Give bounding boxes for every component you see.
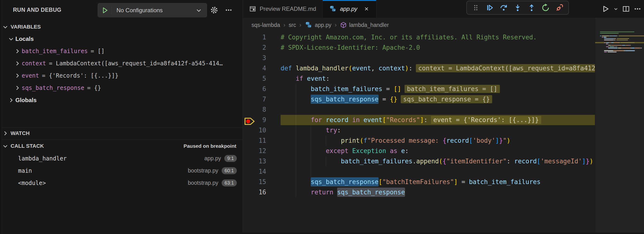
code-line[interactable]: 14: [243, 166, 595, 177]
drag-handle[interactable]: [471, 3, 481, 13]
minimap-segment: [600, 33, 619, 34]
line-content[interactable]: batch_item_failures.append({"itemIdentif…: [280, 156, 595, 166]
variable-row[interactable]: event= {'Records': [{...}]}: [0, 69, 242, 82]
gutter[interactable]: 14: [243, 166, 280, 177]
call-stack-header-label: CALL STACK: [10, 143, 44, 149]
code-editor[interactable]: 1# Copyright Amazon.com, Inc. or its aff…: [243, 32, 595, 234]
line-content[interactable]: try:: [280, 125, 595, 135]
breadcrumb-item[interactable]: lambda_handler: [340, 22, 389, 28]
variables-section-header[interactable]: VARIABLES: [0, 21, 242, 33]
line-content[interactable]: sqs_batch_response["batchItemFailures"] …: [280, 177, 595, 187]
code-line[interactable]: 1# Copyright Amazon.com, Inc. or its aff…: [243, 32, 595, 42]
code-line[interactable]: 12 except Exception as e:: [243, 146, 595, 156]
minimap-segment: [604, 37, 606, 37]
configuration-label: No Configurations: [112, 7, 195, 14]
continue-button[interactable]: [485, 3, 495, 13]
code-line[interactable]: 9 for record in event["Records"]:event =…: [243, 115, 595, 125]
run-dropdown-button[interactable]: [613, 6, 618, 11]
scope-locals[interactable]: Locals: [0, 33, 242, 45]
variable-value: = LambdaContext([aws_request_id=a8fa412f…: [49, 60, 222, 67]
code-token: ): [405, 65, 409, 72]
call-stack-section-header[interactable]: CALL STACK Paused on breakpoint: [0, 140, 242, 152]
code-line[interactable]: 15 sqs_batch_response["batchItemFailures…: [243, 177, 595, 187]
step-out-button[interactable]: [526, 3, 537, 13]
breadcrumb-item[interactable]: src: [289, 22, 296, 28]
step-over-button[interactable]: [499, 3, 509, 13]
line-content[interactable]: [280, 166, 595, 177]
gutter[interactable]: 4: [243, 63, 280, 74]
line-content[interactable]: # Copyright Amazon.com, Inc. or its affi…: [280, 32, 595, 42]
code-line[interactable]: 3: [243, 53, 595, 63]
tab-preview-readme-md[interactable]: Preview README.md: [243, 0, 323, 18]
line-number: 8: [243, 105, 280, 115]
gutter[interactable]: 16: [243, 187, 280, 198]
minimap-segment: [615, 40, 616, 40]
minimap-column[interactable]: [595, 18, 644, 233]
gutter[interactable]: 5: [243, 74, 280, 84]
indent-guide: [296, 125, 296, 135]
indent-guide: [326, 156, 326, 166]
gear-icon[interactable]: [209, 5, 220, 15]
gutter[interactable]: 11: [243, 135, 280, 146]
breadcrumb-item[interactable]: sqs-lambda: [252, 22, 280, 28]
symbol-method-icon: [340, 22, 347, 28]
variable-row[interactable]: sqs_batch_response= {}: [0, 82, 242, 94]
line-content[interactable]: [280, 105, 595, 115]
code-line[interactable]: 13 batch_item_failures.append({"itemIden…: [243, 156, 595, 166]
code-line[interactable]: 4def lambda_handler(event, context):cont…: [243, 63, 595, 74]
scope-globals[interactable]: Globals: [0, 94, 242, 106]
more-actions-icon[interactable]: [223, 5, 234, 15]
line-content[interactable]: print(f"Processed message: {record['body…: [280, 135, 595, 146]
step-into-button[interactable]: [512, 3, 523, 13]
stack-frame[interactable]: <module> bootstrap.py 63:1: [0, 177, 242, 189]
line-content[interactable]: return sqs_batch_response: [280, 187, 595, 198]
code-line[interactable]: 7 sqs_batch_response = {}sqs_batch_respo…: [243, 94, 595, 105]
code-line[interactable]: 10 try:: [243, 125, 595, 135]
line-content[interactable]: def lambda_handler(event, context):conte…: [280, 63, 595, 74]
gutter[interactable]: 13: [243, 156, 280, 166]
line-content[interactable]: for record in event["Records"]:event = {…: [280, 115, 595, 125]
tab-app-py[interactable]: app.py: [323, 0, 376, 18]
gutter[interactable]: 12: [243, 146, 280, 156]
minimap-segment: [602, 36, 609, 36]
gutter[interactable]: 1: [243, 32, 280, 42]
start-debug-icon[interactable]: [98, 6, 112, 14]
disconnect-button[interactable]: [554, 3, 564, 13]
variable-name: context: [22, 60, 46, 67]
launch-configuration-dropdown[interactable]: No Configurations: [98, 3, 207, 17]
split-editor-button[interactable]: [622, 5, 630, 13]
stack-frame[interactable]: main bootstrap.py 60:1: [0, 165, 242, 177]
line-content[interactable]: [280, 53, 595, 63]
line-content[interactable]: if event:: [280, 74, 595, 84]
restart-button[interactable]: [540, 3, 550, 13]
gutter[interactable]: 3: [243, 53, 280, 63]
line-content[interactable]: batch_item_failures = []batch_item_failu…: [280, 84, 595, 94]
code-token: in: [352, 116, 360, 123]
gutter[interactable]: 9: [243, 115, 280, 125]
code-line[interactable]: 16 return sqs_batch_response: [243, 187, 595, 198]
code-line[interactable]: 6 batch_item_failures = []batch_item_fai…: [243, 84, 595, 94]
more-actions-button[interactable]: [634, 5, 642, 13]
stack-frame[interactable]: lambda_handler app.py 9:1: [0, 152, 242, 165]
gutter[interactable]: 10: [243, 125, 280, 135]
variable-row[interactable]: batch_item_failures= []: [0, 45, 242, 57]
code-line[interactable]: 8: [243, 105, 595, 115]
line-content[interactable]: except Exception as e:: [280, 146, 595, 156]
minimap[interactable]: [595, 31, 644, 79]
gutter[interactable]: 6: [243, 84, 280, 94]
code-line[interactable]: 2# SPDX-License-Identifier: Apache-2.0: [243, 42, 595, 53]
line-content[interactable]: sqs_batch_response = {}sqs_batch_respons…: [280, 94, 595, 105]
gutter[interactable]: 15: [243, 177, 280, 187]
gutter[interactable]: 8: [243, 105, 280, 115]
close-icon[interactable]: [363, 5, 370, 12]
debug-inline-value: context = LambdaContext([aws_request_id=…: [416, 64, 595, 72]
gutter[interactable]: 7: [243, 94, 280, 105]
watch-section-header[interactable]: WATCH: [0, 127, 242, 139]
variable-row[interactable]: context= LambdaContext([aws_request_id=a…: [0, 57, 242, 69]
line-content[interactable]: # SPDX-License-Identifier: Apache-2.0: [280, 42, 595, 53]
gutter[interactable]: 2: [243, 42, 280, 53]
code-line[interactable]: 11 print(f"Processed message: {record['b…: [243, 135, 595, 146]
code-line[interactable]: 5 if event:: [243, 74, 595, 84]
run-python-file-button[interactable]: [601, 4, 610, 13]
breadcrumb-item[interactable]: app.py: [305, 21, 332, 29]
